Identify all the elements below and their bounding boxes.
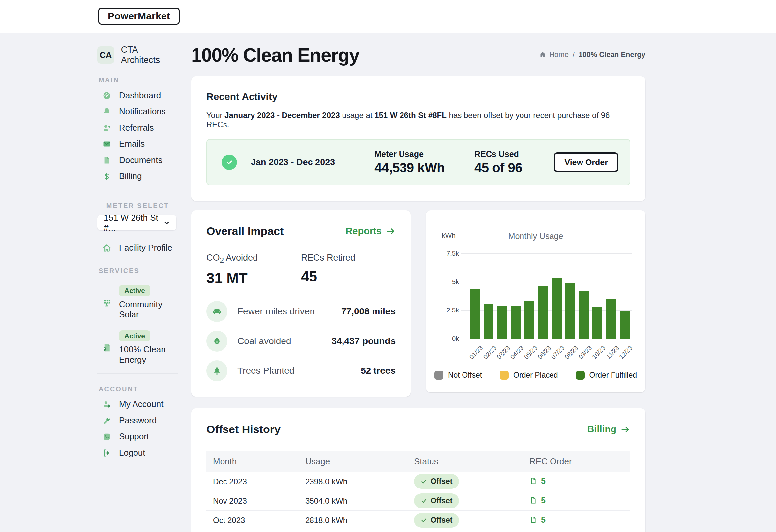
breadcrumb-home-label: Home bbox=[549, 50, 569, 59]
impact-label: Coal avoided bbox=[237, 336, 291, 346]
meter-usage-value: 44,539 kWh bbox=[375, 161, 445, 175]
sidebar-item-label: Logout bbox=[119, 448, 145, 458]
table-row: Dec 2023 2398.0 kWh Offset 5 bbox=[206, 472, 630, 492]
solar-panel-icon bbox=[102, 297, 112, 308]
bars bbox=[467, 253, 632, 339]
sidebar-item-referrals[interactable]: Referrals bbox=[97, 120, 178, 136]
recs-retired-label: RECs Retired bbox=[301, 253, 396, 263]
certificate-icon bbox=[102, 342, 112, 353]
sidebar-item-label: Documents bbox=[119, 155, 163, 165]
arrow-right-icon bbox=[620, 424, 630, 434]
offset-status-badge: Offset bbox=[414, 513, 459, 528]
rec-order-link[interactable]: 5 bbox=[530, 515, 546, 525]
bar-04/23 bbox=[511, 306, 521, 339]
sidebar-item-logout[interactable]: Logout bbox=[97, 445, 178, 461]
impact-row-trees: Trees Planted 52 trees bbox=[206, 360, 396, 381]
breadcrumb-current: 100% Clean Energy bbox=[579, 50, 645, 59]
sidebar-divider bbox=[97, 193, 178, 193]
reports-link-label: Reports bbox=[346, 226, 382, 237]
offset-history-card: Offset History Billing Month Usage Statu… bbox=[191, 408, 645, 532]
service-name: Community Solar bbox=[119, 299, 178, 320]
sidebar-item-label: Password bbox=[119, 415, 157, 425]
rec-order-link[interactable]: 5 bbox=[530, 476, 546, 486]
x-tick-08/23: 08/23 bbox=[565, 342, 575, 363]
dashboard-icon bbox=[102, 91, 112, 101]
account-section-label: ACCOUNT bbox=[99, 385, 178, 393]
sidebar-item-label: Notifications bbox=[119, 107, 166, 117]
x-tick-07/23: 07/23 bbox=[552, 342, 562, 363]
x-tick-05/23: 05/23 bbox=[525, 342, 534, 363]
avatar: CA bbox=[97, 46, 115, 63]
car-icon bbox=[206, 301, 227, 322]
y-tick: 7.5k bbox=[446, 250, 459, 257]
view-order-button[interactable]: View Order bbox=[554, 152, 618, 172]
rec-order-count: 5 bbox=[541, 476, 546, 486]
sidebar-item-community-solar[interactable]: Active Community Solar bbox=[97, 285, 178, 320]
chevron-down-icon bbox=[163, 218, 171, 227]
breadcrumb-home-link[interactable]: Home bbox=[539, 50, 569, 59]
legend-swatch bbox=[576, 371, 585, 380]
sidebar-item-support[interactable]: Support bbox=[97, 428, 178, 445]
tree-icon bbox=[206, 360, 227, 381]
x-tick-10/23: 10/23 bbox=[592, 342, 602, 363]
co2-avoided-label: CO2 Avoided bbox=[206, 253, 301, 265]
rec-order-link[interactable]: 5 bbox=[530, 496, 546, 505]
impact-value: 52 trees bbox=[361, 366, 396, 376]
home-icon bbox=[539, 51, 547, 59]
sidebar-item-notifications[interactable]: Notifications bbox=[97, 104, 178, 120]
key-icon bbox=[102, 416, 112, 425]
co2-avoided-stat: CO2 Avoided 31 MT bbox=[206, 253, 301, 287]
sidebar-item-my-account[interactable]: My Account bbox=[97, 396, 178, 412]
billing-link-label: Billing bbox=[587, 424, 616, 435]
bar-07/23 bbox=[552, 278, 562, 339]
column-header-rec-order: REC Order bbox=[530, 457, 630, 467]
chart-legend: Not Offset Order Placed Order Fulfilled bbox=[426, 371, 645, 380]
legend-label: Order Fulfilled bbox=[589, 371, 637, 380]
sidebar-item-documents[interactable]: Documents bbox=[97, 152, 178, 168]
reports-link[interactable]: Reports bbox=[346, 226, 396, 237]
x-tick-04/23: 04/23 bbox=[511, 342, 521, 363]
sidebar-item-dashboard[interactable]: Dashboard bbox=[97, 87, 178, 104]
table-header: Month Usage Status REC Order bbox=[206, 451, 630, 472]
sidebar: CA CTA Architects MAIN Dashboard Notific… bbox=[97, 45, 178, 461]
cell-usage: 2818.0 kWh bbox=[305, 516, 414, 525]
x-labels: 01/2302/2303/2304/2305/2306/2307/2308/23… bbox=[467, 342, 632, 363]
sidebar-item-billing[interactable]: Billing bbox=[97, 168, 178, 184]
powermarket-logo[interactable]: PowerMarket bbox=[98, 8, 180, 25]
breadcrumb-separator: / bbox=[573, 50, 575, 59]
flame-icon bbox=[206, 331, 227, 352]
legend-swatch bbox=[500, 371, 509, 380]
org-name: CTA Architects bbox=[121, 45, 178, 65]
bell-icon bbox=[102, 107, 112, 117]
x-tick-03/23: 03/23 bbox=[498, 342, 507, 363]
legend-label: Order Placed bbox=[513, 371, 558, 380]
org-row: CA CTA Architects bbox=[97, 45, 178, 65]
sidebar-item-clean-energy[interactable]: Active 100% Clean Energy bbox=[97, 330, 178, 365]
sidebar-item-facility-profile[interactable]: Facility Profile bbox=[97, 240, 178, 256]
sidebar-item-password[interactable]: Password bbox=[97, 412, 178, 428]
document-icon bbox=[102, 155, 112, 165]
chart-plot: 7.5k 5k 2.5k 0k bbox=[467, 253, 632, 339]
meter-usage-label: Meter Usage bbox=[375, 149, 445, 159]
recent-activity-title: Recent Activity bbox=[206, 91, 630, 102]
legend-label: Not Offset bbox=[448, 371, 482, 380]
legend-item-order-placed: Order Placed bbox=[500, 371, 558, 380]
service-name: 100% Clean Energy bbox=[119, 344, 178, 365]
arrow-right-icon bbox=[386, 226, 396, 236]
bar-06/23 bbox=[538, 286, 548, 339]
bar-02/23 bbox=[483, 304, 494, 339]
billing-link[interactable]: Billing bbox=[587, 424, 630, 435]
meter-select-dropdown[interactable]: 151 W 26th St #... bbox=[97, 215, 176, 230]
cell-usage: 2398.0 kWh bbox=[305, 477, 414, 486]
offset-status-badge: Offset bbox=[414, 474, 459, 489]
rec-order-count: 5 bbox=[541, 515, 546, 525]
recs-retired-stat: RECs Retired 45 bbox=[301, 253, 396, 287]
sidebar-item-emails[interactable]: Emails bbox=[97, 136, 178, 152]
meter-usage-stat: Meter Usage 44,539 kWh bbox=[375, 149, 445, 175]
impact-value: 34,437 pounds bbox=[331, 336, 396, 346]
sidebar-item-label: Dashboard bbox=[119, 90, 161, 101]
recent-activity-card: Recent Activity Your January 2023 - Dece… bbox=[191, 76, 645, 201]
cell-month: Nov 2023 bbox=[206, 496, 305, 506]
logout-icon bbox=[102, 448, 112, 458]
column-header-status: Status bbox=[414, 457, 530, 467]
